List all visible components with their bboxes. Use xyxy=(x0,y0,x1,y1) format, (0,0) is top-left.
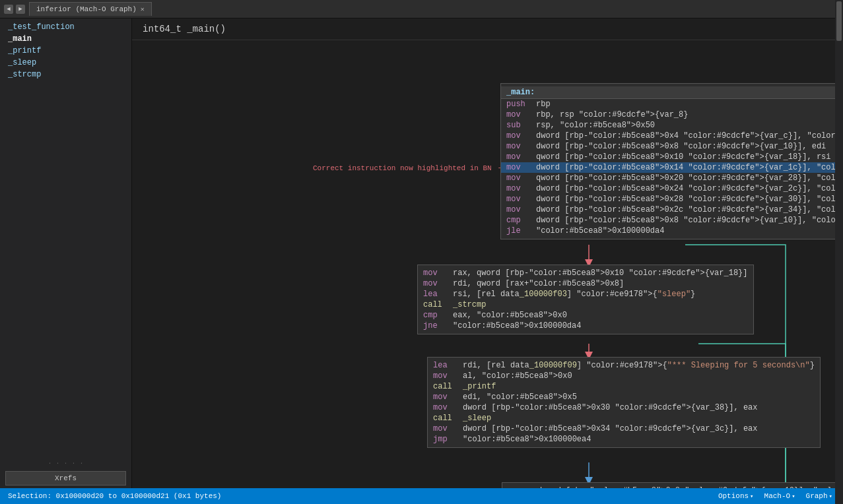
code-row[interactable]: moval, "color:#b5cea8">0x0 xyxy=(428,371,820,381)
code-row[interactable]: movdword [rbp-"color:#b5cea8">0x34 "colo… xyxy=(428,424,820,434)
code-ops: "color:#b5cea8">0x100000ea4 xyxy=(463,435,591,444)
graph-canvas: Correct instruction now highlighted in B… xyxy=(132,40,843,488)
macho-label: Mach-O xyxy=(764,492,791,500)
code-ops: _sleep xyxy=(463,414,491,423)
code-block-block4: cmpdword [rbp-"color:#b5cea8">0x8 "color… xyxy=(502,482,843,488)
tab-close-button[interactable]: ✕ xyxy=(141,5,145,13)
code-ops: dword [rbp-"color:#b5cea8">0x8 "color:#9… xyxy=(537,486,843,488)
sidebar-item-sleep[interactable]: _sleep xyxy=(0,57,131,69)
vertical-scrollbar[interactable] xyxy=(835,18,843,488)
code-ops: dword [rbp-"color:#b5cea8">0x4 "color:#9… xyxy=(536,131,843,141)
sidebar-item-list: _test_function_main_printf_sleep_strcmp xyxy=(0,18,131,458)
code-ops: _printf xyxy=(463,382,496,391)
code-row[interactable]: jle"color:#b5cea8">0x100000da4 xyxy=(501,226,843,236)
code-block-block2: movrax, qword [rbp-"color:#b5cea8">0x10 … xyxy=(417,265,754,334)
code-row[interactable]: call_sleep xyxy=(428,413,820,424)
code-row[interactable]: call_strcmp xyxy=(418,299,753,310)
code-row[interactable]: movdword [rbp-"color:#b5cea8">0x14 "colo… xyxy=(501,162,843,173)
code-row[interactable]: jne"color:#b5cea8">0x100000da4 xyxy=(418,321,753,331)
code-ops: dword [rbp-"color:#b5cea8">0x34 "color:#… xyxy=(463,424,758,433)
code-row[interactable]: cmpeax, "color:#b5cea8">0x0 xyxy=(418,310,753,321)
code-ops: dword [rbp-"color:#b5cea8">0x8 "color:#9… xyxy=(536,142,826,151)
sidebar-item-main[interactable]: _main xyxy=(0,33,131,45)
code-block-block3: leardi, [rel data_100000f09] "color:#ce9… xyxy=(427,357,821,448)
code-ops: dword [rbp-"color:#b5cea8">0x28 "color:#… xyxy=(536,195,843,204)
code-ops: rsi, [rel data_100000f03] "color:#ce9178… xyxy=(453,290,695,299)
graph-chevron: ▾ xyxy=(829,493,832,500)
code-row[interactable]: movdword [rbp-"color:#b5cea8">0x24 "colo… xyxy=(501,183,843,194)
status-selection-text: Selection: 0x100000d20 to 0x100000d21 (0… xyxy=(8,492,221,500)
code-row[interactable]: pushrbp xyxy=(501,99,843,110)
code-row[interactable]: movedi, "color:#b5cea8">0x5 xyxy=(428,392,820,402)
tab-inferior[interactable]: inferior (Mach-O Graph) ✕ xyxy=(29,2,152,16)
xrefs-button[interactable]: Xrefs xyxy=(5,471,126,486)
function-header: int64_t _main() xyxy=(132,18,843,40)
code-row[interactable]: cmpdword [rbp-"color:#b5cea8">0x8 "color… xyxy=(501,215,843,226)
code-row[interactable]: call_printf xyxy=(428,381,820,392)
code-row[interactable]: movqword [rbp-"color:#b5cea8">0x20 "colo… xyxy=(501,173,843,183)
code-ops: dword [rbp-"color:#b5cea8">0x8 "color:#9… xyxy=(536,216,843,225)
back-button[interactable]: ◀ xyxy=(4,5,13,14)
code-row[interactable]: movdword [rbp-"color:#b5cea8">0x2c "colo… xyxy=(501,205,843,215)
code-ops: _strcmp xyxy=(453,300,486,309)
content-area: int64_t _main() xyxy=(132,18,843,488)
code-ops: edi, "color:#b5cea8">0x5 xyxy=(463,393,577,402)
code-row[interactable]: movdword [rbp-"color:#b5cea8">0x4 "color… xyxy=(501,131,843,141)
code-ops: al, "color:#b5cea8">0x0 xyxy=(463,371,572,381)
graph-area[interactable]: Correct instruction now highlighted in B… xyxy=(132,40,843,488)
code-ops: rbp xyxy=(536,100,551,109)
code-ops: rax, qword [rbp-"color:#b5cea8">0x10 "co… xyxy=(453,268,748,278)
code-ops: eax, "color:#b5cea8">0x0 xyxy=(453,311,567,320)
code-row[interactable]: movdword [rbp-"color:#b5cea8">0x30 "colo… xyxy=(428,402,820,413)
code-ops: dword [rbp-"color:#b5cea8">0x14 "color:#… xyxy=(536,163,843,172)
code-row[interactable]: movrax, qword [rbp-"color:#b5cea8">0x10 … xyxy=(418,268,753,278)
code-ops: rdi, [rel data_100000f09] "color:#ce9178… xyxy=(463,361,815,370)
code-row[interactable]: learsi, [rel data_100000f03] "color:#ce9… xyxy=(418,289,753,299)
graph-label: Graph xyxy=(806,492,828,500)
scrollbar-thumb[interactable] xyxy=(836,18,842,41)
code-block-block1: _main:pushrbpmovrbp, rsp "color:#9cdcfe"… xyxy=(500,83,843,239)
options-label: Options xyxy=(718,492,749,500)
options-chevron: ▾ xyxy=(750,493,753,500)
sidebar-resize-handle[interactable]: · · · · · xyxy=(0,458,131,468)
code-row[interactable]: leardi, [rel data_100000f09] "color:#ce9… xyxy=(428,360,820,371)
code-ops: qword [rbp-"color:#b5cea8">0x20 "color:#… xyxy=(536,173,843,183)
code-ops: dword [rbp-"color:#b5cea8">0x2c "color:#… xyxy=(536,205,843,214)
window-controls: ◀ ▶ xyxy=(0,5,29,14)
code-row[interactable]: movdword [rbp-"color:#b5cea8">0x8 "color… xyxy=(501,141,843,152)
statusbar-buttons: Options ▾ Mach-O ▾ Graph ▾ xyxy=(716,492,835,500)
code-ops: qword [rbp-"color:#b5cea8">0x10 "color:#… xyxy=(536,152,831,162)
code-row[interactable]: movrbp, rsp "color:#9cdcfe">{var_8} xyxy=(501,110,843,120)
block-header-block1: _main: xyxy=(501,86,843,99)
sidebar-item-printf[interactable]: _printf xyxy=(0,45,131,57)
code-row[interactable]: movqword [rbp-"color:#b5cea8">0x10 "colo… xyxy=(501,152,843,162)
code-row[interactable]: jmp"color:#b5cea8">0x100000ea4 xyxy=(428,434,820,445)
code-ops: "color:#b5cea8">0x100000da4 xyxy=(536,226,664,236)
sidebar-item-test_function[interactable]: _test_function xyxy=(0,21,131,33)
main-layout: _test_function_main_printf_sleep_strcmp … xyxy=(0,18,843,488)
sidebar: _test_function_main_printf_sleep_strcmp … xyxy=(0,18,132,488)
code-row[interactable]: movrdi, qword [rax+"color:#b5cea8">0x8] xyxy=(418,278,753,289)
statusbar: Selection: 0x100000d20 to 0x100000d21 (0… xyxy=(0,488,843,504)
code-ops: dword [rbp-"color:#b5cea8">0x30 "color:#… xyxy=(463,403,758,412)
code-row[interactable]: subrsp, "color:#b5cea8">0x50 xyxy=(501,120,843,131)
code-row[interactable]: movdword [rbp-"color:#b5cea8">0x28 "colo… xyxy=(501,194,843,205)
code-ops: rbp, rsp "color:#9cdcfe">{var_8} xyxy=(536,110,688,119)
macho-button[interactable]: Mach-O ▾ xyxy=(762,492,798,500)
options-button[interactable]: Options ▾ xyxy=(716,492,757,500)
sidebar-item-strcmp[interactable]: _strcmp xyxy=(0,69,131,80)
code-ops: "color:#b5cea8">0x100000da4 xyxy=(453,321,581,331)
code-row[interactable]: cmpdword [rbp-"color:#b5cea8">0x8 "color… xyxy=(502,486,843,488)
graph-button[interactable]: Graph ▾ xyxy=(803,492,835,500)
forward-button[interactable]: ▶ xyxy=(16,5,25,14)
titlebar: ◀ ▶ inferior (Mach-O Graph) ✕ xyxy=(0,0,843,18)
tab-label: inferior (Mach-O Graph) xyxy=(36,5,137,13)
annotation-label: Correct instruction now highlighted in B… xyxy=(313,164,492,172)
code-ops: dword [rbp-"color:#b5cea8">0x24 "color:#… xyxy=(536,184,843,193)
function-signature: int64_t _main() xyxy=(143,24,226,34)
macho-chevron: ▾ xyxy=(792,493,795,500)
code-ops: rdi, qword [rax+"color:#b5cea8">0x8] xyxy=(453,279,624,288)
code-ops: rsp, "color:#b5cea8">0x50 xyxy=(536,121,655,130)
